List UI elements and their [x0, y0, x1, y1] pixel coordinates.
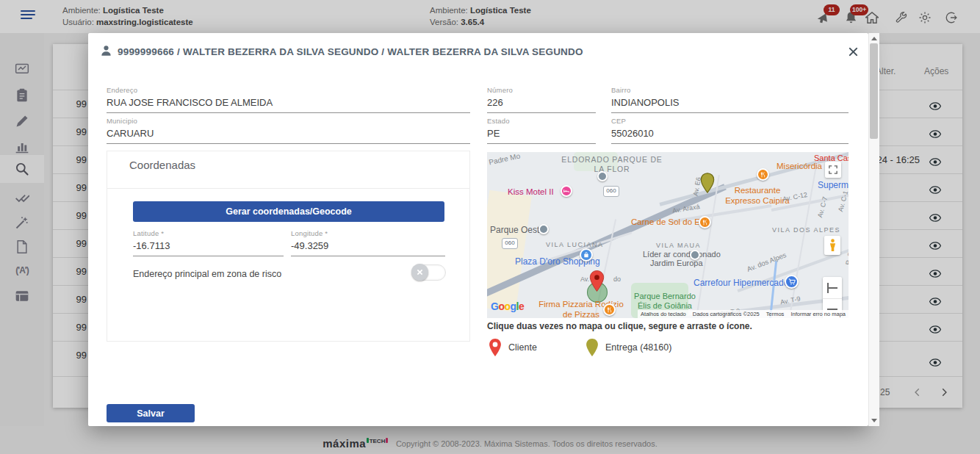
map-restaurant-icon[interactable]: [603, 303, 616, 316]
gear-icon[interactable]: [917, 10, 933, 26]
pagination-prev-chevron-icon[interactable]: [912, 387, 923, 400]
view-eye-icon[interactable]: [929, 267, 941, 281]
save-button[interactable]: Salvar: [107, 404, 195, 422]
sidebar-item-double-check-icon[interactable]: [0, 185, 44, 210]
copyright-text: Copyright © 2008-2023. Máxima Sistemas. …: [396, 439, 657, 448]
field-municipio: Municipio: [107, 117, 470, 144]
map-poi-gray-icon[interactable]: [597, 171, 608, 181]
env-value-2: Logística Teste: [470, 6, 531, 15]
row-code: 99: [53, 174, 90, 202]
pagination-next-chevron-icon[interactable]: [939, 387, 949, 400]
wrench-icon[interactable]: [893, 10, 909, 26]
map-cart-icon[interactable]: [785, 275, 799, 289]
map-restaurant-icon[interactable]: [699, 216, 711, 228]
field-label: Latitude *: [133, 229, 284, 237]
municipio-input[interactable]: [107, 125, 470, 144]
bairro-input[interactable]: [611, 94, 849, 113]
map-terms-link[interactable]: Termos: [766, 311, 785, 317]
estado-input[interactable]: [487, 125, 596, 144]
view-eye-icon[interactable]: [929, 239, 941, 253]
map-area-label: ELDORADO PARQUE DE LA FLOR: [557, 155, 667, 173]
scrollbar-up-arrow-icon[interactable]: [871, 37, 877, 40]
user-value: maxstring.logisticateste: [96, 18, 193, 26]
row-code: 99: [53, 146, 90, 174]
legend-cliente-pin-icon: [489, 338, 502, 360]
field-label: Municipio: [107, 117, 470, 125]
map-poi-gray-icon[interactable]: [690, 250, 700, 260]
map-poi-label: Kiss Motel II: [508, 187, 554, 196]
zoom-in-icon[interactable]: [823, 277, 842, 298]
view-eye-icon[interactable]: [929, 156, 941, 169]
row-code: 99: [53, 286, 90, 314]
sidebar-item-document-icon[interactable]: [0, 234, 44, 259]
view-eye-icon[interactable]: [929, 356, 941, 370]
view-eye-icon[interactable]: [929, 100, 941, 113]
toggle-knob: [411, 264, 428, 281]
numero-input[interactable]: [487, 94, 596, 113]
field-latitude: Latitude *: [133, 229, 284, 256]
close-icon[interactable]: [846, 45, 860, 58]
modal-title: 9999999666 / WALTER BEZERRA DA SILVA SEG…: [118, 46, 583, 57]
sidebar-item-signal-a-icon[interactable]: ('A'): [0, 258, 44, 283]
map-poi-label: Carrefour Hipermercado: [693, 278, 788, 288]
sidebar-item-magic-wand-icon[interactable]: [0, 210, 44, 235]
google-map[interactable]: Padre Mo ELDORADO PARQUE DE LA FLOR 060 …: [487, 152, 849, 318]
map-fullscreen-icon[interactable]: [825, 162, 841, 178]
map-hotel-icon[interactable]: [561, 185, 572, 197]
risk-zone-toggle[interactable]: [412, 264, 446, 281]
entrega-pin-icon[interactable]: [700, 173, 715, 196]
field-label: Endereço: [107, 86, 470, 94]
map-poi-label: Misericórdia: [777, 162, 822, 170]
field-cep: CEP: [611, 117, 849, 144]
endereco-input[interactable]: [107, 94, 470, 113]
sidebar-item-table-icon[interactable]: [0, 284, 44, 309]
modal-scrollbar[interactable]: [868, 33, 879, 426]
logout-icon[interactable]: [943, 10, 959, 26]
map-street-label: Av. C-1: [837, 190, 849, 213]
legend-cliente-label: Cliente: [508, 342, 537, 353]
map-poi-gray-icon[interactable]: [538, 224, 549, 234]
person-icon: [101, 45, 112, 60]
cep-input[interactable]: [611, 125, 849, 144]
map-area-shape: [487, 190, 532, 313]
row-code: 99: [53, 230, 90, 258]
view-eye-icon[interactable]: [929, 128, 941, 141]
sidebar-item-search-icon[interactable]: [0, 155, 44, 183]
sidebar-item-clipboard-icon[interactable]: [0, 83, 44, 108]
map-report-link[interactable]: Informar erro no mapa: [790, 311, 846, 317]
google-logo[interactable]: Google: [491, 300, 524, 312]
view-eye-icon[interactable]: [929, 184, 941, 197]
map-park-label: Parque Bernardo Élis de Goiânia: [634, 292, 696, 311]
field-numero: Número: [487, 86, 596, 113]
map-street-label: Av.: [580, 275, 589, 283]
sidebar-item-pencil-icon[interactable]: [0, 109, 44, 134]
pegman-icon[interactable]: [824, 236, 840, 255]
field-label: Número: [487, 86, 596, 94]
logo-tech-text: TECH: [370, 438, 386, 444]
field-estado: Estado: [487, 117, 596, 144]
map-hint-text: Clique duas vezes no mapa ou clique, seg…: [487, 321, 752, 331]
view-eye-icon[interactable]: [929, 295, 941, 309]
field-label: Longitude *: [291, 229, 445, 237]
sidebar-item-presentation-chart-icon[interactable]: [0, 57, 44, 82]
map-restaurant-icon[interactable]: [757, 168, 769, 181]
row-code: 99: [53, 202, 90, 230]
coordenadas-heading: Coordenadas: [129, 159, 195, 171]
scrollbar-thumb[interactable]: [870, 43, 878, 139]
pagination-total: 25: [880, 377, 890, 408]
scrollbar-down-arrow-icon[interactable]: [871, 419, 877, 422]
coordenadas-card: Coordenadas Gerar coordenadas/Geocode La…: [107, 151, 470, 342]
cliente-pin-icon[interactable]: [589, 270, 605, 295]
view-eye-icon[interactable]: [929, 323, 941, 336]
map-shortcuts-link[interactable]: Atalhos do teclado: [641, 311, 686, 317]
longitude-input[interactable]: [291, 237, 445, 256]
view-eye-icon[interactable]: [929, 212, 941, 225]
geocode-button[interactable]: Gerar coordenadas/Geocode: [133, 201, 444, 222]
top-header: Ambiente: Logística Teste Usuário: maxst…: [0, 0, 980, 33]
logo-green-tick: [367, 438, 369, 443]
latitude-input[interactable]: [133, 237, 284, 256]
hamburger-menu-icon[interactable]: [21, 10, 35, 21]
map-shopping-icon[interactable]: [580, 248, 593, 262]
field-bairro: Bairro: [611, 86, 849, 113]
route-shield: 060: [603, 186, 619, 197]
